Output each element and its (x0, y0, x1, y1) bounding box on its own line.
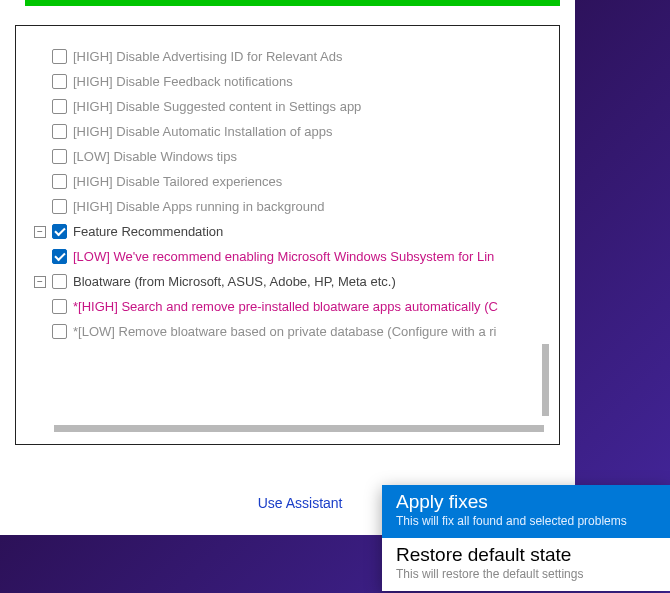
checkbox[interactable] (52, 274, 67, 289)
item-label: [HIGH] Disable Suggested content in Sett… (73, 99, 361, 114)
item-label: [HIGH] Disable Apps running in backgroun… (73, 199, 324, 214)
list-item[interactable]: *[LOW] Remove bloatware based on private… (34, 319, 553, 344)
vertical-scrollbar[interactable] (542, 344, 549, 416)
item-label: [HIGH] Disable Automatic Installation of… (73, 124, 332, 139)
list-item[interactable]: [HIGH] Disable Feedback notifications (34, 69, 553, 94)
checkbox[interactable] (52, 149, 67, 164)
tree: [HIGH] Disable Advertising ID for Releva… (34, 44, 553, 438)
tree-panel: [HIGH] Disable Advertising ID for Releva… (15, 25, 560, 445)
list-item[interactable]: [HIGH] Disable Advertising ID for Releva… (34, 44, 553, 69)
item-label: [HIGH] Disable Tailored experiences (73, 174, 282, 189)
checkbox[interactable] (52, 99, 67, 114)
group-label: Bloatware (from Microsoft, ASUS, Adobe, … (73, 274, 396, 289)
item-label: [HIGH] Disable Feedback notifications (73, 74, 293, 89)
checkbox[interactable] (52, 49, 67, 64)
item-label: [LOW] Disable Windows tips (73, 149, 237, 164)
tree-group-feature[interactable]: − Feature Recommendation (34, 219, 553, 244)
menu-item-title: Apply fixes (396, 491, 656, 513)
accent-bar (25, 0, 560, 6)
list-item[interactable]: [HIGH] Disable Tailored experiences (34, 169, 553, 194)
checkbox[interactable] (52, 174, 67, 189)
collapse-icon[interactable]: − (34, 276, 46, 288)
group-label: Feature Recommendation (73, 224, 223, 239)
list-item[interactable]: [LOW] We've recommend enabling Microsoft… (34, 244, 553, 269)
checkbox[interactable] (52, 199, 67, 214)
menu-item-subtitle: This will restore the default settings (396, 567, 656, 581)
list-item[interactable]: [HIGH] Disable Automatic Installation of… (34, 119, 553, 144)
menu-apply-fixes[interactable]: Apply fixes This will fix all found and … (382, 485, 670, 538)
checkbox[interactable] (52, 74, 67, 89)
menu-item-title: Restore default state (396, 544, 656, 566)
menu-item-subtitle: This will fix all found and selected pro… (396, 514, 656, 528)
horizontal-scrollbar[interactable] (54, 425, 544, 432)
item-label: *[HIGH] Search and remove pre-installed … (73, 299, 498, 314)
use-assistant-link[interactable]: Use Assistant (258, 495, 343, 511)
item-label: [HIGH] Disable Advertising ID for Releva… (73, 49, 343, 64)
list-item[interactable]: [LOW] Disable Windows tips (34, 144, 553, 169)
app-window: [HIGH] Disable Advertising ID for Releva… (0, 0, 575, 535)
list-item[interactable]: [HIGH] Disable Apps running in backgroun… (34, 194, 553, 219)
item-label: [LOW] We've recommend enabling Microsoft… (73, 249, 494, 264)
menu-restore-default[interactable]: Restore default state This will restore … (382, 538, 670, 591)
checkbox[interactable] (52, 249, 67, 264)
checkbox[interactable] (52, 299, 67, 314)
checkbox[interactable] (52, 224, 67, 239)
checkbox[interactable] (52, 124, 67, 139)
tree-group-bloatware[interactable]: − Bloatware (from Microsoft, ASUS, Adobe… (34, 269, 553, 294)
list-item[interactable]: [HIGH] Disable Suggested content in Sett… (34, 94, 553, 119)
collapse-icon[interactable]: − (34, 226, 46, 238)
item-label: *[LOW] Remove bloatware based on private… (73, 324, 496, 339)
list-item[interactable]: *[HIGH] Search and remove pre-installed … (34, 294, 553, 319)
checkbox[interactable] (52, 324, 67, 339)
context-menu: Apply fixes This will fix all found and … (382, 485, 670, 591)
